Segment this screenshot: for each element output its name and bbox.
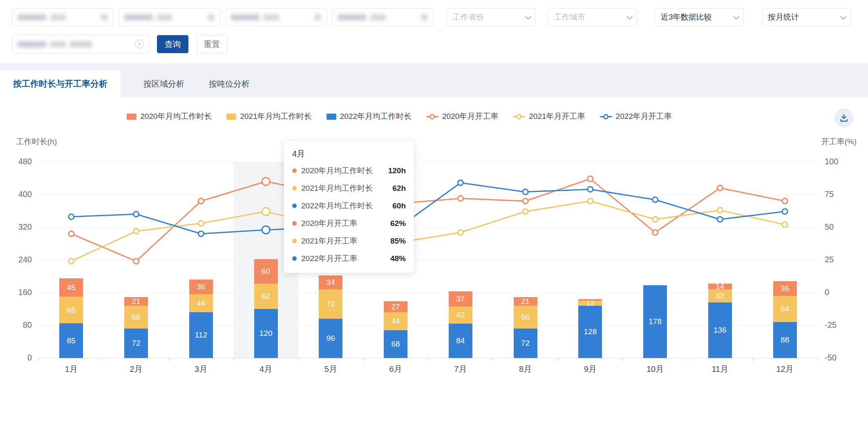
bar-segment[interactable]: 42 xyxy=(449,306,472,324)
bar-segment[interactable]: 34 xyxy=(319,275,342,289)
grid-line xyxy=(39,260,817,260)
bar-segment[interactable]: 72 xyxy=(319,289,342,319)
bar-segment[interactable]: 44 xyxy=(384,312,407,330)
right-axis-tick-label: -50 xyxy=(825,353,853,362)
bar-segment[interactable]: 88 xyxy=(773,322,797,358)
x-axis-tick xyxy=(623,358,623,361)
data-point xyxy=(523,209,528,214)
bar-segment[interactable]: 85 xyxy=(59,323,83,358)
right-axis-tick-label: 0 xyxy=(825,288,853,297)
data-point xyxy=(717,186,723,191)
bar-segment[interactable]: 128 xyxy=(578,306,602,358)
query-button[interactable]: 查询 xyxy=(157,35,188,53)
data-point xyxy=(782,199,787,204)
legend-item-2[interactable]: 2021年月均工作时长 xyxy=(226,111,311,122)
bar-segment[interactable]: 120 xyxy=(254,309,278,358)
tooltip-row: 2020年月均工作时长120h xyxy=(292,162,406,179)
legend-circle xyxy=(603,114,608,119)
redacted-text xyxy=(231,14,260,20)
bar-segment[interactable]: 96 xyxy=(319,319,342,358)
data-point xyxy=(717,217,723,222)
bar-segment[interactable]: 64 xyxy=(773,296,797,322)
bar-segment[interactable]: 37 xyxy=(449,291,472,306)
legend-item-3[interactable]: 2022年月均工作时长 xyxy=(327,111,412,122)
tooltip-row: 2022年月开工率48% xyxy=(292,250,406,267)
bar-segment[interactable]: 21 xyxy=(124,297,148,306)
bar-segment[interactable]: 21 xyxy=(514,297,537,306)
x-axis-tick xyxy=(39,358,39,361)
stat-period-select[interactable]: 按月统计 xyxy=(762,8,851,26)
data-point xyxy=(458,180,463,186)
select-value: 工作城市 xyxy=(554,12,585,22)
bar-segment[interactable] xyxy=(578,299,602,301)
redacted-text xyxy=(50,14,66,20)
redacted-input[interactable] xyxy=(332,8,434,26)
x-axis-tick xyxy=(298,358,299,361)
tooltip-series-label: 2020年月均工作时长 xyxy=(301,166,388,176)
left-axis-tick-label: 160 xyxy=(7,288,32,297)
bar-segment[interactable]: 14 xyxy=(708,284,732,289)
work-city-select[interactable]: 工作城市 xyxy=(548,8,637,26)
bar-segment[interactable]: 56 xyxy=(514,306,537,329)
series-dot-icon xyxy=(292,221,297,226)
data-compare-select[interactable]: 近3年数据比较 xyxy=(655,8,744,26)
bar-segment[interactable]: 36 xyxy=(189,280,213,294)
search-input[interactable]: × xyxy=(12,35,149,53)
redacted-input[interactable] xyxy=(226,8,327,26)
data-point xyxy=(782,209,787,214)
bar-segment[interactable]: 72 xyxy=(124,329,148,358)
tooltip-rows: 2020年月均工作时长120h2021年月均工作时长62h2022年月均工作时长… xyxy=(292,162,406,267)
bar-segment[interactable]: 84 xyxy=(449,324,472,358)
redacted-suffix xyxy=(421,14,427,20)
analysis-chart-card: 2020年月均工作时长2021年月均工作时长2022年月均工作时长2020年月开… xyxy=(0,97,868,425)
bar-segment[interactable]: 65 xyxy=(59,297,83,323)
legend-item-5[interactable]: 2021年月开工率 xyxy=(513,111,585,122)
x-axis-tick xyxy=(104,358,104,361)
tooltip-series-label: 2021年月开工率 xyxy=(301,236,390,246)
redacted-input[interactable] xyxy=(119,8,220,26)
tab-3[interactable]: 按吨位分析 xyxy=(197,70,262,97)
chevron-down-icon xyxy=(840,13,847,20)
bar-segment[interactable]: 60 xyxy=(254,259,278,284)
legend-label: 2020年月均工作时长 xyxy=(140,111,212,122)
bar-segment[interactable]: 56 xyxy=(124,306,148,329)
legend-line-marker xyxy=(600,114,612,120)
bar-segment[interactable]: 68 xyxy=(384,330,407,358)
redacted-text xyxy=(70,41,92,47)
tab-1[interactable]: 按工作时长与开工率分析 xyxy=(0,70,121,97)
legend-label: 2022年月均工作时长 xyxy=(340,111,412,122)
legend-bar-marker xyxy=(127,114,136,120)
data-point xyxy=(653,217,658,222)
redacted-suffix xyxy=(101,14,107,20)
download-icon xyxy=(839,113,849,123)
bar-segment[interactable]: 45 xyxy=(59,278,83,297)
data-point xyxy=(782,222,787,227)
bar-segment[interactable]: 44 xyxy=(189,294,213,312)
redacted-input[interactable] xyxy=(12,8,114,26)
bar-segment[interactable]: 72 xyxy=(514,329,537,358)
bar-segment[interactable]: 32 xyxy=(708,289,732,302)
bar-segment[interactable]: 27 xyxy=(384,301,407,312)
bar-segment[interactable]: 112 xyxy=(189,312,213,358)
reset-button[interactable]: 重置 xyxy=(197,35,227,53)
select-value: 近3年数据比较 xyxy=(661,12,712,22)
legend-item-6[interactable]: 2022年月开工率 xyxy=(600,111,672,122)
x-axis-month-label: 9月 xyxy=(568,364,613,375)
tooltip-series-label: 2022年月开工率 xyxy=(301,253,390,264)
work-province-select[interactable]: 工作省份 xyxy=(447,8,536,26)
bar-segment[interactable]: 178 xyxy=(643,285,667,358)
bar-segment[interactable]: 12 xyxy=(578,301,602,306)
tab-2[interactable]: 按区域分析 xyxy=(131,70,197,97)
download-button[interactable] xyxy=(834,109,853,128)
left-axis-tick-label: 80 xyxy=(7,320,32,330)
grid-line xyxy=(39,227,817,228)
x-axis-month-label: 6月 xyxy=(373,364,418,375)
bar-segment[interactable]: 136 xyxy=(708,302,732,358)
right-axis-tick-label: -25 xyxy=(825,320,853,330)
bar-segment[interactable]: 36 xyxy=(773,281,797,296)
bar-segment[interactable]: 62 xyxy=(254,284,278,309)
x-axis-tick xyxy=(688,358,688,361)
legend-item-4[interactable]: 2020年月开工率 xyxy=(426,111,498,122)
clear-input-icon[interactable]: × xyxy=(135,40,144,49)
legend-item-1[interactable]: 2020年月均工作时长 xyxy=(127,111,212,122)
